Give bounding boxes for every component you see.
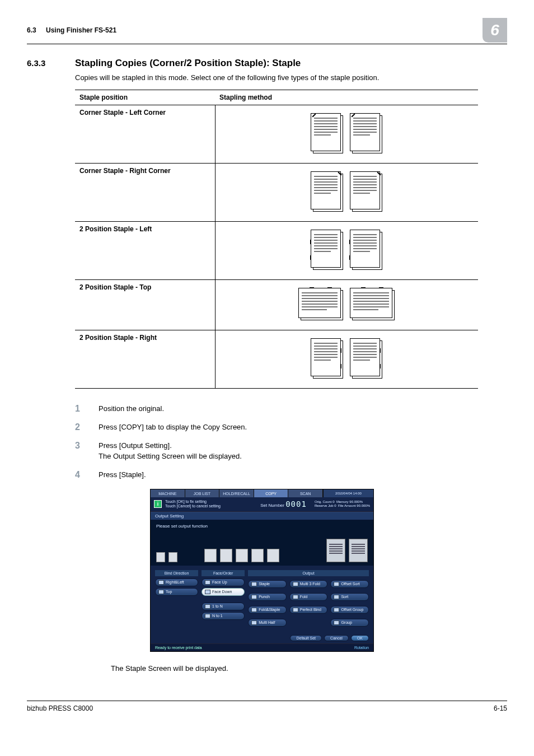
step-number: 3	[75, 441, 85, 463]
staple-method-illustration	[215, 330, 478, 389]
preview-icon	[267, 549, 279, 562]
preview-icon	[236, 549, 248, 562]
preview-icon	[251, 549, 264, 562]
staple-position-label: Corner Staple - Right Corner	[75, 164, 215, 222]
staple-position-label: 2 Position Staple - Left	[75, 222, 215, 280]
info-line-1: Touch [OK] to fix setting	[165, 500, 257, 504]
panel-face-order: Face/Order Face Up Face Down 1 to N N to…	[202, 570, 245, 628]
staple-position-label: 2 Position Staple - Right	[75, 330, 215, 389]
step-body: Press [Staple].	[99, 470, 146, 481]
ready-status: Ready to receive print data	[155, 646, 202, 650]
procedure-step: 1Position the original.	[75, 404, 507, 415]
output-punch-button[interactable]: Punch	[248, 593, 287, 601]
face-down-button[interactable]: Face Down	[202, 588, 245, 596]
doc-icon	[205, 590, 210, 594]
step-text: Position the original.	[99, 404, 164, 413]
output-perfect-bind-button[interactable]: Perfect Bind	[289, 606, 328, 614]
table-row: Corner Staple - Left Corner	[75, 105, 478, 164]
doc-icon	[293, 582, 298, 586]
output-sort-button[interactable]: Sort	[330, 593, 369, 601]
table-row: 2 Position Staple - Left	[75, 222, 478, 280]
doc-icon	[251, 595, 257, 599]
doc-icon	[334, 582, 339, 586]
info-text: Touch [OK] to fix setting Touch [Cancel]…	[165, 500, 257, 509]
table-header-position: Staple position	[75, 90, 215, 105]
output-offset-sort-button[interactable]: Offset Sort	[330, 580, 369, 588]
order-n-to-1-button[interactable]: N to 1	[202, 612, 245, 620]
order-1-to-n-button[interactable]: 1 to N	[202, 603, 245, 610]
procedure-step: 4Press [Staple].	[75, 470, 507, 481]
running-head-number: 6.3	[27, 26, 36, 34]
tab-machine[interactable]: MACHINE	[151, 489, 185, 497]
tab-hold-recall[interactable]: HOLD/RECALL	[219, 489, 254, 497]
screen-datetime: 2010/04/04 14:00	[323, 489, 373, 497]
footer-page-number: 6-15	[494, 704, 507, 712]
output-fold-button[interactable]: Fold	[289, 593, 328, 601]
doc-icon	[158, 580, 164, 585]
output-fold-staple-button[interactable]: Fold&Staple	[248, 606, 287, 614]
staple-method-illustration	[215, 105, 478, 164]
panel-title: Bind Direction	[155, 570, 198, 576]
staple-position-label: 2 Position Staple - Top	[75, 280, 215, 330]
doc-icon	[205, 604, 210, 609]
table-row: Corner Staple - Right Corner	[75, 164, 478, 222]
staple-position-label: Corner Staple - Left Corner	[75, 105, 215, 164]
step-number: 4	[75, 470, 85, 481]
preview-stack-icon	[326, 539, 345, 562]
procedure-step: 2Press [COPY] tab to display the Copy Sc…	[75, 423, 507, 433]
output-setting-screenshot: MACHINE JOB LIST HOLD/RECALL COPY SCAN 2…	[150, 489, 374, 652]
bind-rightleft-button[interactable]: Right&Left	[155, 578, 198, 586]
after-screen-text: The Staple Screen will be displayed.	[111, 664, 507, 673]
doc-icon	[293, 595, 298, 599]
staple-method-illustration	[215, 222, 478, 280]
section-number: 6.3.3	[27, 58, 60, 68]
tab-scan[interactable]: SCAN	[288, 489, 323, 497]
screen-tabs: MACHINE JOB LIST HOLD/RECALL COPY SCAN 2…	[151, 489, 373, 497]
face-up-button[interactable]: Face Up	[202, 578, 245, 586]
screen-preview-row	[156, 531, 368, 562]
chapter-badge-number: 6	[490, 21, 499, 39]
doc-icon	[251, 608, 257, 612]
doc-icon	[293, 608, 298, 612]
set-number-label: Set Number	[260, 503, 284, 508]
footer-product: bizhub PRESS C8000	[27, 704, 93, 712]
screen-subheader: Output Setting	[151, 512, 373, 520]
doc-icon	[334, 595, 339, 599]
panel-title: Output	[248, 570, 369, 576]
doc-icon	[205, 614, 210, 618]
ok-button[interactable]: OK	[351, 635, 369, 641]
tab-job-list[interactable]: JOB LIST	[185, 489, 220, 497]
running-head-title: Using Finisher FS-521	[46, 26, 116, 34]
step-body: Position the original.	[99, 404, 164, 415]
panel-output: Output StapleMulti 3 FoldOffset SortPunc…	[248, 570, 369, 628]
preview-icon	[168, 552, 177, 562]
screen-func-message: Please set output function	[156, 524, 368, 529]
screen-preview-panel: Please set output function	[151, 520, 373, 566]
panel-bind-direction: Bind Direction Right&Left Top	[155, 570, 198, 628]
table-row: 2 Position Staple - Top	[75, 280, 478, 330]
doc-icon	[334, 620, 339, 625]
info-icon: i	[154, 500, 162, 508]
doc-icon	[158, 590, 164, 594]
panel-title: Face/Order	[202, 570, 245, 576]
doc-icon	[251, 582, 257, 586]
bind-top-button[interactable]: Top	[155, 588, 198, 596]
table-header-method: Stapling method	[215, 90, 478, 105]
set-number: Set Number 0001	[260, 500, 307, 508]
preview-icon	[220, 549, 232, 562]
output-group-button[interactable]: Group	[330, 619, 369, 627]
screen-counters: Orig. Count 0 Memory 90.000% Reserve Job…	[315, 500, 370, 509]
output-staple-button[interactable]: Staple	[248, 580, 287, 588]
cancel-button[interactable]: Cancel	[324, 635, 349, 641]
step-number: 1	[75, 404, 85, 415]
output-offset-group-button[interactable]: Offset Group	[330, 606, 369, 614]
output-multi-3-fold-button[interactable]: Multi 3 Fold	[289, 580, 328, 588]
default-set-button[interactable]: Default Set	[290, 635, 322, 641]
step-number: 2	[75, 423, 85, 433]
tab-copy[interactable]: COPY	[254, 489, 289, 497]
preview-icon	[156, 552, 165, 562]
info-line-2: Touch [Cancel] to cancel setting	[165, 504, 257, 508]
screen-info-bar: i Touch [OK] to fix setting Touch [Cance…	[151, 497, 373, 512]
procedure-step: 3Press [Output Setting].The Output Setti…	[75, 441, 507, 463]
output-multi-half-button[interactable]: Multi Half	[248, 619, 287, 627]
